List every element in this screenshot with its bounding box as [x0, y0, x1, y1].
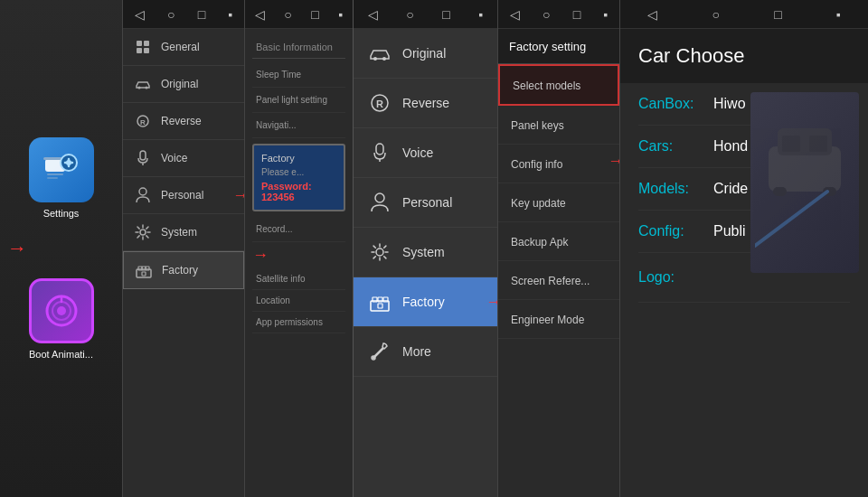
car-choose-content: CanBox: Hiwo Cars: Hond Models: Cride Co… [620, 83, 868, 303]
backup-apk-label: Backup Apk [511, 236, 568, 248]
record-row[interactable]: Record... [252, 217, 345, 242]
factory-panel-keys[interactable]: Panel keys [498, 106, 619, 145]
home-btn-4[interactable]: ○ [406, 7, 413, 22]
select-models-label: Select models [513, 80, 580, 92]
back-btn-5[interactable]: ◁ [510, 7, 520, 22]
red-arrow-panel5: → [608, 152, 619, 171]
menu-original-label: Original [161, 78, 198, 90]
menu-factory[interactable]: Factory [123, 251, 244, 289]
main-menu-factory[interactable]: Factory → [354, 277, 497, 327]
arrow-row-panel3: → [252, 242, 345, 268]
factory-select-models[interactable]: Select models [498, 64, 619, 106]
factory-engineer-mode[interactable]: Engineer Mode [498, 300, 619, 339]
panel3-content: Basic Information Sleep Time Panel light… [245, 29, 353, 341]
panel-light-row[interactable]: Panel light setting [252, 88, 345, 113]
boot-label: Boot Animati... [29, 349, 93, 360]
svg-rect-39 [378, 304, 382, 308]
sleep-time-label: Sleep Time [256, 70, 342, 80]
app-permissions-row[interactable]: App permissions [252, 312, 345, 333]
boot-animation-icon[interactable]: Boot Animati... [29, 278, 94, 360]
arrow-row-1: → [0, 237, 122, 260]
menu-reverse[interactable]: R Reverse [123, 103, 244, 140]
main-system-label: System [402, 245, 445, 259]
cars-value: Hond [713, 138, 748, 155]
home-btn-6[interactable]: ○ [712, 7, 719, 22]
location-row[interactable]: Location [252, 290, 345, 312]
home-btn-3[interactable]: ○ [284, 7, 291, 22]
red-arrow-panel3: → [252, 246, 269, 265]
svg-rect-4 [47, 173, 63, 175]
factory-backup-apk[interactable]: Backup Apk [498, 222, 619, 261]
main-menu-system[interactable]: System [354, 228, 497, 277]
main-menu-reverse[interactable]: R Reverse [354, 79, 497, 128]
grid-icon [134, 38, 152, 56]
square-btn-6[interactable]: □ [774, 7, 781, 22]
settings-icon-box [29, 137, 94, 202]
square-btn-3[interactable]: □ [311, 7, 318, 22]
svg-text:R: R [140, 118, 146, 127]
menu-system[interactable]: System [123, 214, 244, 251]
panel-light-label: Panel light setting [256, 95, 342, 105]
config-info-label: Config info [511, 158, 562, 171]
logo-key: Logo: [638, 269, 706, 286]
home-btn-2[interactable]: ○ [167, 7, 175, 22]
main-menu-voice[interactable]: Voice [354, 128, 497, 178]
settings-app-icon[interactable]: Settings [29, 137, 94, 219]
nav-bar-5: ◁ ○ □ ▪ [498, 0, 619, 29]
nav-bar-2: ◁ ○ □ ▪ [123, 0, 244, 29]
red-arrow-1: → [7, 237, 27, 260]
square-btn-2[interactable]: □ [198, 7, 205, 22]
svg-rect-31 [376, 144, 383, 155]
factory-config-info[interactable]: Config info → [498, 145, 619, 183]
main-original-label: Original [402, 46, 446, 61]
gear-icon [134, 223, 152, 241]
svg-point-33 [375, 193, 384, 202]
back-btn-6[interactable]: ◁ [647, 7, 657, 22]
square-btn-4[interactable]: □ [442, 7, 449, 22]
cars-key: Cars: [638, 138, 706, 155]
svg-point-14 [138, 87, 141, 89]
person-icon [134, 186, 152, 204]
main-menu-more[interactable]: More [354, 327, 497, 377]
back-btn-2[interactable]: ◁ [135, 7, 145, 22]
back-btn-4[interactable]: ◁ [368, 7, 378, 22]
engineer-mode-label: Engineer Mode [511, 314, 584, 326]
navigation-row[interactable]: Navigati... [252, 113, 345, 138]
menu-general-label: General [161, 41, 200, 53]
menu-voice[interactable]: Voice [123, 140, 244, 177]
factory-settings-title: Factory setting [509, 40, 586, 53]
menu-original[interactable]: Original [123, 66, 244, 103]
svg-point-8 [57, 306, 66, 315]
factory-key-update[interactable]: Key update [498, 183, 619, 222]
svg-rect-5 [47, 177, 58, 179]
red-arrow-panel4: → [486, 293, 497, 312]
main-menu-personal[interactable]: Personal [354, 178, 497, 228]
square-btn-5[interactable]: □ [573, 7, 580, 22]
nav-bar-6: ◁ ○ □ ▪ [620, 0, 868, 29]
satellite-row[interactable]: Satellite info [252, 268, 345, 290]
menu-personal[interactable]: Personal → [123, 177, 244, 214]
main-more-label: More [402, 344, 431, 359]
car-choose-panel: ◁ ○ □ ▪ Car Choose CanBox: Hiwo [619, 0, 868, 497]
home-btn-5[interactable]: ○ [542, 7, 550, 22]
sleep-time-row[interactable]: Sleep Time [252, 62, 345, 88]
menu-factory-label: Factory [162, 264, 198, 277]
canbox-key: CanBox: [638, 96, 706, 112]
svg-rect-44 [773, 187, 787, 196]
models-key: Models: [638, 181, 706, 197]
key-update-label: Key update [511, 197, 566, 210]
factory-screen-reference[interactable]: Screen Refere... [498, 261, 619, 300]
password-display: Password: 123456 [261, 181, 336, 202]
svg-rect-46 [782, 136, 800, 152]
main-menu-original[interactable]: Original [354, 29, 497, 79]
main-person-icon [368, 191, 392, 214]
basic-info-panel: ◁ ○ □ ▪ Basic Information Sleep Time Pan… [244, 0, 353, 497]
menu-general[interactable]: General [123, 29, 244, 66]
back-btn-3[interactable]: ◁ [255, 7, 265, 22]
main-car-icon [368, 42, 392, 65]
svg-point-15 [146, 87, 148, 89]
svg-rect-35 [371, 301, 389, 311]
svg-rect-47 [809, 136, 827, 152]
svg-text:R: R [376, 98, 383, 109]
main-mic-icon [368, 141, 392, 164]
